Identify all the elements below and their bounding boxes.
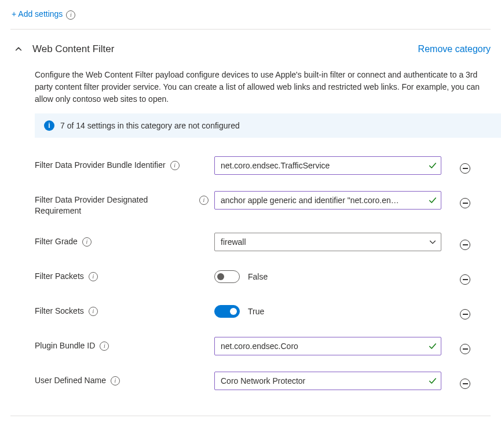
setting-row-filter-data-provider-bundle-identifier: Filter Data Provider Bundle Identifier i bbox=[35, 148, 491, 183]
setting-label: Plugin Bundle ID bbox=[35, 340, 95, 351]
add-settings-info-icon[interactable]: i bbox=[66, 10, 75, 20]
remove-category-link[interactable]: Remove category bbox=[418, 44, 491, 54]
setting-info-icon[interactable]: i bbox=[100, 341, 109, 351]
remove-setting-icon[interactable] bbox=[460, 309, 470, 320]
setting-label: Filter Packets bbox=[35, 271, 84, 282]
setting-row-filter-packets: Filter Packets i False bbox=[35, 259, 491, 294]
setting-label: User Defined Name bbox=[35, 375, 106, 386]
remove-setting-icon[interactable] bbox=[460, 163, 470, 174]
section-divider bbox=[10, 416, 491, 416]
collapse-icon[interactable] bbox=[10, 41, 27, 57]
toggle-text: True bbox=[248, 307, 264, 316]
setting-info-icon[interactable]: i bbox=[111, 376, 120, 385]
info-banner: i 7 of 14 settings in this category are … bbox=[35, 113, 501, 138]
setting-info-icon[interactable]: i bbox=[89, 272, 98, 281]
toggle-text: False bbox=[248, 272, 268, 281]
setting-info-icon[interactable]: i bbox=[82, 237, 92, 247]
info-icon: i bbox=[44, 120, 54, 131]
remove-setting-icon[interactable] bbox=[460, 274, 470, 285]
setting-label: Filter Data Provider Bundle Identifier bbox=[35, 160, 166, 171]
info-banner-text: 7 of 14 settings in this category are no… bbox=[60, 121, 240, 130]
remove-setting-icon[interactable] bbox=[460, 240, 470, 250]
setting-info-icon[interactable]: i bbox=[89, 307, 98, 316]
setting-row-filter-data-provider-designated-requirement: Filter Data Provider Designated Requirem… bbox=[35, 183, 491, 225]
filter-grade-select[interactable] bbox=[214, 233, 441, 251]
setting-info-icon[interactable]: i bbox=[170, 161, 180, 170]
filter-data-provider-designated-requirement-input[interactable] bbox=[214, 191, 441, 210]
setting-label: Filter Data Provider Designated Requirem… bbox=[35, 194, 195, 216]
filter-data-provider-bundle-identifier-input[interactable] bbox=[214, 156, 441, 175]
category-title: Web Content Filter bbox=[32, 43, 114, 55]
user-defined-name-input[interactable] bbox=[214, 372, 441, 390]
category-description: Configure the Web Content Filter payload… bbox=[35, 69, 491, 105]
filter-packets-toggle[interactable] bbox=[214, 270, 240, 283]
setting-row-filter-grade: Filter Grade i bbox=[35, 225, 491, 259]
setting-row-filter-sockets: Filter Sockets i True bbox=[35, 294, 491, 329]
filter-sockets-toggle[interactable] bbox=[214, 305, 240, 318]
setting-row-user-defined-name: User Defined Name i bbox=[35, 363, 491, 398]
plugin-bundle-id-input[interactable] bbox=[214, 337, 441, 355]
add-settings-link[interactable]: + Add settings bbox=[12, 9, 63, 19]
setting-row-plugin-bundle-id: Plugin Bundle ID i bbox=[35, 329, 491, 363]
category-web-content-filter: Web Content Filter Remove category Confi… bbox=[10, 29, 491, 416]
setting-info-icon[interactable]: i bbox=[199, 196, 209, 205]
remove-setting-icon[interactable] bbox=[460, 379, 470, 389]
setting-label: Filter Sockets bbox=[35, 306, 84, 317]
setting-label: Filter Grade bbox=[35, 236, 78, 247]
remove-setting-icon[interactable] bbox=[460, 344, 470, 354]
remove-setting-icon[interactable] bbox=[460, 198, 470, 208]
